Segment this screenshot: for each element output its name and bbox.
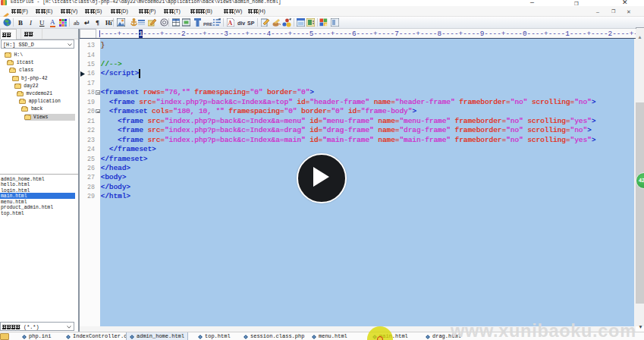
svg-text:A: A: [228, 20, 233, 27]
